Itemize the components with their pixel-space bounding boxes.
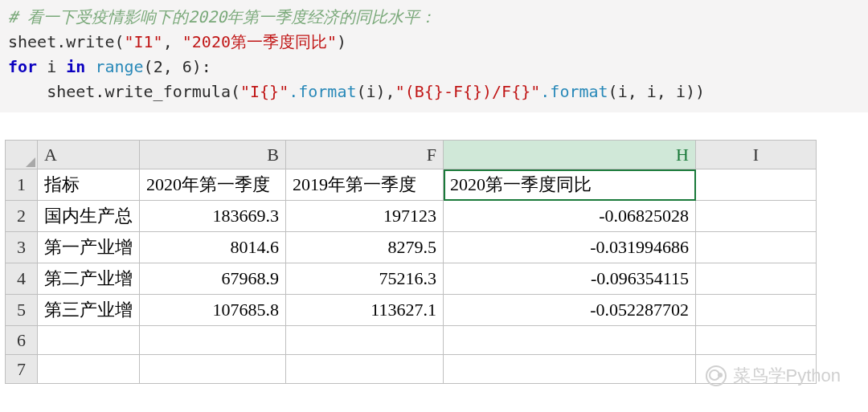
- code-text: (2, 6):: [144, 57, 211, 76]
- cell[interactable]: [140, 326, 286, 355]
- code-string: "(B{}-F{})/F{}": [395, 82, 541, 101]
- spreadsheet[interactable]: A B F H I 1 指标 2020年第一季度 2019年第一季度 2020第…: [5, 140, 817, 384]
- code-text: ): [337, 32, 346, 51]
- cell[interactable]: 197123: [286, 201, 444, 232]
- cell[interactable]: [696, 169, 817, 201]
- col-header-I[interactable]: I: [696, 141, 817, 169]
- cell[interactable]: [286, 326, 444, 355]
- cell[interactable]: [140, 355, 286, 384]
- table-row: 3 第一产业增 8014.6 8279.5 -0.031994686: [6, 232, 817, 263]
- col-header-F[interactable]: F: [286, 141, 444, 169]
- row-header[interactable]: 3: [6, 232, 38, 263]
- cell[interactable]: [286, 355, 444, 384]
- cell[interactable]: 8279.5: [286, 232, 444, 263]
- col-header-H[interactable]: H: [444, 141, 696, 169]
- cell[interactable]: [696, 263, 817, 295]
- watermark: 菜鸟学Python: [706, 364, 841, 388]
- cell[interactable]: 第二产业增: [38, 263, 140, 295]
- cell[interactable]: [444, 355, 696, 384]
- code-string: "I1": [125, 32, 163, 51]
- cell[interactable]: 107685.8: [140, 295, 286, 326]
- table-row: 6: [6, 326, 817, 355]
- cell[interactable]: 113627.1: [286, 295, 444, 326]
- table-row: 1 指标 2020年第一季度 2019年第一季度 2020第一季度同比: [6, 169, 817, 201]
- cell[interactable]: [696, 326, 817, 355]
- cell[interactable]: [696, 232, 817, 263]
- cell[interactable]: -0.031994686: [444, 232, 696, 263]
- row-header[interactable]: 1: [6, 169, 38, 201]
- col-header-A[interactable]: A: [38, 141, 140, 169]
- col-header-B[interactable]: B: [140, 141, 286, 169]
- cell[interactable]: 指标: [38, 169, 140, 201]
- code-text: range: [85, 57, 143, 76]
- cell[interactable]: 8014.6: [140, 232, 286, 263]
- code-text: sheet.write(: [8, 32, 125, 51]
- code-keyword: for: [8, 57, 37, 76]
- code-method: .format: [289, 82, 356, 101]
- cell[interactable]: -0.06825028: [444, 201, 696, 232]
- cell[interactable]: [444, 326, 696, 355]
- cell[interactable]: 183669.3: [140, 201, 286, 232]
- code-text: (i, i, i)): [608, 82, 705, 101]
- cell[interactable]: 2020年第一季度: [140, 169, 286, 201]
- code-comment: # 看一下受疫情影响下的2020年第一季度经济的同比水平：: [8, 7, 436, 27]
- code-text: sheet.write_formula(: [8, 82, 240, 101]
- wechat-icon: [706, 365, 727, 386]
- code-block: # 看一下受疫情影响下的2020年第一季度经济的同比水平： sheet.writ…: [0, 0, 868, 112]
- cell[interactable]: [38, 326, 140, 355]
- cell[interactable]: 2019年第一季度: [286, 169, 444, 201]
- table-row: 7: [6, 355, 817, 384]
- cell[interactable]: 67968.9: [140, 263, 286, 295]
- select-all-corner[interactable]: [6, 141, 38, 169]
- row-header[interactable]: 6: [6, 326, 38, 355]
- row-header[interactable]: 5: [6, 295, 38, 326]
- cell[interactable]: 75216.3: [286, 263, 444, 295]
- code-method: .format: [540, 82, 608, 101]
- code-text: i: [37, 57, 66, 76]
- row-header[interactable]: 4: [6, 263, 38, 295]
- code-keyword: in: [66, 57, 85, 76]
- watermark-text: 菜鸟学Python: [733, 364, 841, 388]
- cell-active[interactable]: 2020第一季度同比: [444, 169, 696, 201]
- cell[interactable]: -0.096354115: [444, 263, 696, 295]
- cell[interactable]: [696, 295, 817, 326]
- code-string: "2020第一季度同比": [182, 32, 337, 51]
- table-row: 2 国内生产总 183669.3 197123 -0.06825028: [6, 201, 817, 232]
- table-row: 4 第二产业增 67968.9 75216.3 -0.096354115: [6, 263, 817, 295]
- code-string: "I{}": [240, 82, 289, 101]
- code-text: (i),: [357, 82, 395, 101]
- cell[interactable]: 国内生产总: [38, 201, 140, 232]
- row-header[interactable]: 7: [6, 355, 38, 384]
- table-row: 5 第三产业增 107685.8 113627.1 -0.052287702: [6, 295, 817, 326]
- cell[interactable]: [38, 355, 140, 384]
- row-header[interactable]: 2: [6, 201, 38, 232]
- cell[interactable]: 第三产业增: [38, 295, 140, 326]
- cell[interactable]: 第一产业增: [38, 232, 140, 263]
- cell[interactable]: -0.052287702: [444, 295, 696, 326]
- code-text: ,: [163, 32, 182, 51]
- cell[interactable]: [696, 201, 817, 232]
